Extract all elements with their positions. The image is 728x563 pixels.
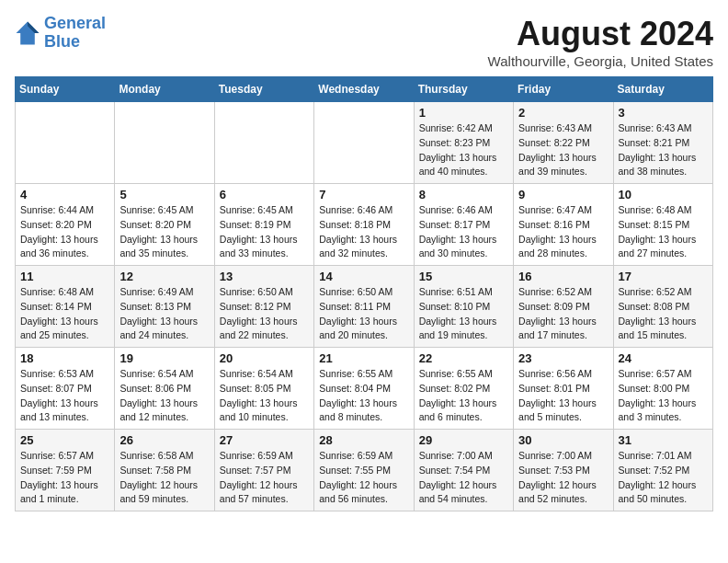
calendar-cell: 12Sunrise: 6:49 AM Sunset: 8:13 PM Dayli… bbox=[115, 266, 214, 348]
day-info: Sunrise: 6:59 AM Sunset: 7:55 PM Dayligh… bbox=[319, 449, 408, 507]
day-info: Sunrise: 6:46 AM Sunset: 8:17 PM Dayligh… bbox=[419, 203, 508, 261]
calendar-week-row: 4Sunrise: 6:44 AM Sunset: 8:20 PM Daylig… bbox=[16, 184, 713, 266]
day-number: 31 bbox=[619, 433, 708, 447]
calendar-cell: 6Sunrise: 6:45 AM Sunset: 8:19 PM Daylig… bbox=[214, 184, 313, 266]
day-info: Sunrise: 6:43 AM Sunset: 8:21 PM Dayligh… bbox=[619, 121, 708, 179]
calendar-cell: 28Sunrise: 6:59 AM Sunset: 7:55 PM Dayli… bbox=[314, 430, 414, 511]
day-info: Sunrise: 7:00 AM Sunset: 7:54 PM Dayligh… bbox=[419, 449, 508, 507]
day-info: Sunrise: 6:42 AM Sunset: 8:23 PM Dayligh… bbox=[419, 121, 508, 179]
day-info: Sunrise: 6:53 AM Sunset: 8:07 PM Dayligh… bbox=[20, 367, 109, 425]
day-info: Sunrise: 6:51 AM Sunset: 8:10 PM Dayligh… bbox=[419, 285, 508, 343]
calendar-cell: 17Sunrise: 6:52 AM Sunset: 8:08 PM Dayli… bbox=[613, 266, 712, 348]
day-number: 9 bbox=[518, 188, 608, 201]
weekday-header-wednesday: Wednesday bbox=[314, 77, 414, 102]
day-number: 4 bbox=[20, 188, 109, 201]
day-number: 25 bbox=[20, 433, 109, 447]
calendar-cell: 11Sunrise: 6:48 AM Sunset: 8:14 PM Dayli… bbox=[16, 266, 115, 348]
calendar-cell: 7Sunrise: 6:46 AM Sunset: 8:18 PM Daylig… bbox=[314, 184, 414, 266]
day-info: Sunrise: 6:52 AM Sunset: 8:08 PM Dayligh… bbox=[619, 285, 708, 343]
calendar-cell: 18Sunrise: 6:53 AM Sunset: 8:07 PM Dayli… bbox=[16, 348, 115, 430]
day-info: Sunrise: 6:57 AM Sunset: 7:59 PM Dayligh… bbox=[20, 449, 109, 507]
day-info: Sunrise: 6:57 AM Sunset: 8:00 PM Dayligh… bbox=[619, 367, 708, 425]
calendar-week-row: 11Sunrise: 6:48 AM Sunset: 8:14 PM Dayli… bbox=[16, 266, 713, 348]
day-info: Sunrise: 6:50 AM Sunset: 8:12 PM Dayligh… bbox=[220, 285, 309, 343]
day-info: Sunrise: 6:55 AM Sunset: 8:04 PM Dayligh… bbox=[319, 367, 408, 425]
day-number: 16 bbox=[518, 270, 608, 283]
day-number: 11 bbox=[20, 270, 109, 283]
calendar-cell: 15Sunrise: 6:51 AM Sunset: 8:10 PM Dayli… bbox=[414, 266, 513, 348]
calendar-cell: 8Sunrise: 6:46 AM Sunset: 8:17 PM Daylig… bbox=[414, 184, 513, 266]
day-number: 15 bbox=[419, 270, 508, 283]
day-number: 22 bbox=[419, 351, 508, 365]
calendar-cell: 13Sunrise: 6:50 AM Sunset: 8:12 PM Dayli… bbox=[214, 266, 313, 348]
day-info: Sunrise: 6:47 AM Sunset: 8:16 PM Dayligh… bbox=[518, 203, 608, 261]
day-info: Sunrise: 6:49 AM Sunset: 8:13 PM Dayligh… bbox=[119, 285, 209, 343]
day-info: Sunrise: 6:44 AM Sunset: 8:20 PM Dayligh… bbox=[20, 203, 109, 261]
weekday-header-monday: Monday bbox=[115, 77, 214, 102]
month-year: August 2024 bbox=[488, 15, 713, 53]
day-info: Sunrise: 6:48 AM Sunset: 8:14 PM Dayligh… bbox=[20, 285, 109, 343]
calendar-cell: 22Sunrise: 6:55 AM Sunset: 8:02 PM Dayli… bbox=[414, 348, 513, 430]
day-info: Sunrise: 6:43 AM Sunset: 8:22 PM Dayligh… bbox=[518, 121, 608, 179]
day-info: Sunrise: 6:55 AM Sunset: 8:02 PM Dayligh… bbox=[419, 367, 508, 425]
weekday-header-friday: Friday bbox=[514, 77, 613, 102]
weekday-header-tuesday: Tuesday bbox=[214, 77, 313, 102]
day-number: 27 bbox=[220, 433, 309, 447]
calendar-cell: 29Sunrise: 7:00 AM Sunset: 7:54 PM Dayli… bbox=[414, 430, 513, 511]
calendar-cell: 16Sunrise: 6:52 AM Sunset: 8:09 PM Dayli… bbox=[514, 266, 613, 348]
calendar-cell: 20Sunrise: 6:54 AM Sunset: 8:05 PM Dayli… bbox=[214, 348, 313, 430]
day-number: 26 bbox=[119, 433, 209, 447]
calendar-cell: 25Sunrise: 6:57 AM Sunset: 7:59 PM Dayli… bbox=[16, 430, 115, 511]
location: Walthourville, Georgia, United States bbox=[488, 53, 713, 69]
header: General Blue August 2024 Walthourville, … bbox=[15, 15, 713, 69]
day-info: Sunrise: 6:59 AM Sunset: 7:57 PM Dayligh… bbox=[220, 449, 309, 507]
day-number: 6 bbox=[220, 188, 309, 201]
calendar-cell: 23Sunrise: 6:56 AM Sunset: 8:01 PM Dayli… bbox=[514, 348, 613, 430]
calendar-cell bbox=[16, 102, 115, 184]
logo-line2: Blue bbox=[44, 32, 80, 51]
day-info: Sunrise: 6:54 AM Sunset: 8:05 PM Dayligh… bbox=[220, 367, 309, 425]
calendar-week-row: 1Sunrise: 6:42 AM Sunset: 8:23 PM Daylig… bbox=[16, 102, 713, 184]
logo-text: General Blue bbox=[44, 15, 106, 52]
day-info: Sunrise: 6:52 AM Sunset: 8:09 PM Dayligh… bbox=[518, 285, 608, 343]
calendar-cell bbox=[214, 102, 313, 184]
weekday-header-saturday: Saturday bbox=[613, 77, 712, 102]
day-number: 1 bbox=[419, 106, 508, 120]
day-info: Sunrise: 6:46 AM Sunset: 8:18 PM Dayligh… bbox=[319, 203, 408, 261]
day-number: 19 bbox=[119, 351, 209, 365]
logo-line1: General bbox=[44, 14, 106, 32]
calendar-cell: 24Sunrise: 6:57 AM Sunset: 8:00 PM Dayli… bbox=[613, 348, 712, 430]
calendar-cell: 1Sunrise: 6:42 AM Sunset: 8:23 PM Daylig… bbox=[414, 102, 513, 184]
day-info: Sunrise: 6:58 AM Sunset: 7:58 PM Dayligh… bbox=[119, 449, 209, 507]
calendar-cell: 19Sunrise: 6:54 AM Sunset: 8:06 PM Dayli… bbox=[115, 348, 214, 430]
day-number: 3 bbox=[619, 106, 708, 120]
logo-icon bbox=[15, 20, 40, 46]
day-number: 14 bbox=[319, 270, 408, 283]
day-number: 12 bbox=[119, 270, 209, 283]
calendar-cell: 4Sunrise: 6:44 AM Sunset: 8:20 PM Daylig… bbox=[16, 184, 115, 266]
day-number: 17 bbox=[619, 270, 708, 283]
logo: General Blue bbox=[15, 15, 106, 52]
calendar-cell: 26Sunrise: 6:58 AM Sunset: 7:58 PM Dayli… bbox=[115, 430, 214, 511]
calendar-cell: 30Sunrise: 7:00 AM Sunset: 7:53 PM Dayli… bbox=[514, 430, 613, 511]
calendar-cell: 14Sunrise: 6:50 AM Sunset: 8:11 PM Dayli… bbox=[314, 266, 414, 348]
day-number: 28 bbox=[319, 433, 408, 447]
day-number: 23 bbox=[518, 351, 608, 365]
title-area: August 2024 Walthourville, Georgia, Unit… bbox=[488, 15, 713, 69]
calendar-cell: 21Sunrise: 6:55 AM Sunset: 8:04 PM Dayli… bbox=[314, 348, 414, 430]
calendar-week-row: 25Sunrise: 6:57 AM Sunset: 7:59 PM Dayli… bbox=[16, 430, 713, 511]
calendar-week-row: 18Sunrise: 6:53 AM Sunset: 8:07 PM Dayli… bbox=[16, 348, 713, 430]
calendar-cell: 5Sunrise: 6:45 AM Sunset: 8:20 PM Daylig… bbox=[115, 184, 214, 266]
day-number: 7 bbox=[319, 188, 408, 201]
calendar-cell: 10Sunrise: 6:48 AM Sunset: 8:15 PM Dayli… bbox=[613, 184, 712, 266]
calendar-table: SundayMondayTuesdayWednesdayThursdayFrid… bbox=[15, 76, 713, 511]
day-info: Sunrise: 6:48 AM Sunset: 8:15 PM Dayligh… bbox=[619, 203, 708, 261]
day-number: 2 bbox=[518, 106, 608, 120]
day-info: Sunrise: 6:50 AM Sunset: 8:11 PM Dayligh… bbox=[319, 285, 408, 343]
day-number: 8 bbox=[419, 188, 508, 201]
day-number: 5 bbox=[119, 188, 209, 201]
weekday-header-sunday: Sunday bbox=[16, 77, 115, 102]
calendar-cell: 3Sunrise: 6:43 AM Sunset: 8:21 PM Daylig… bbox=[613, 102, 712, 184]
day-number: 10 bbox=[619, 188, 708, 201]
day-number: 24 bbox=[619, 351, 708, 365]
